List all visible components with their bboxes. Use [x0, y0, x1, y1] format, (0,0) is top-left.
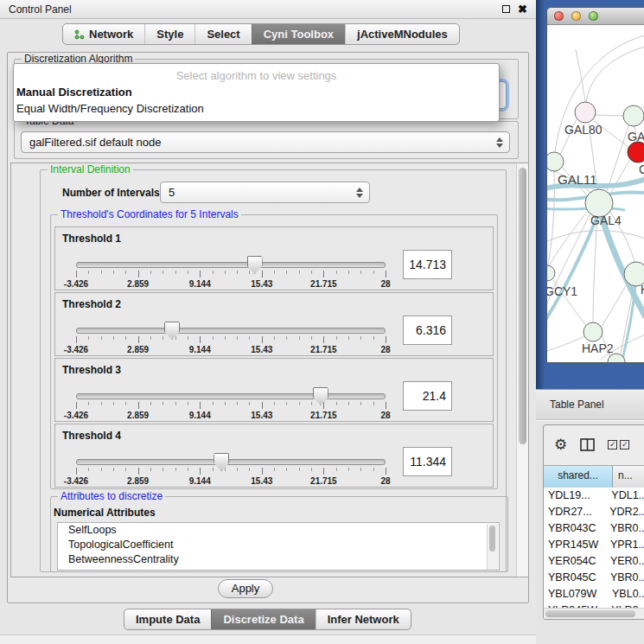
- table-cell: YBR043C: [544, 520, 607, 537]
- tab-discretize-data[interactable]: Discretize Data: [211, 609, 315, 629]
- table-panel-body: ⚙ ✓ ✓ shared... n... YDL19...YDL1...YDR2…: [536, 421, 644, 644]
- scrollbar-thumb[interactable]: [519, 168, 526, 444]
- control-panel-titlebar: Control Panel ✖: [0, 0, 536, 19]
- table-row[interactable]: YDL19...YDL1...: [544, 488, 644, 504]
- threshold-slider[interactable]: -3.4262.8599.14415.4321.71528: [76, 262, 386, 290]
- checkbox-icon: ✓: [620, 440, 629, 450]
- attributes-scrollbar[interactable]: [487, 524, 498, 571]
- close-icon[interactable]: ✖: [518, 2, 527, 17]
- network-window: GAL80 GA C GAL11 GAL4 GCY1 H HAP2: [546, 7, 644, 363]
- slider-track[interactable]: [76, 328, 386, 334]
- threshold-2-panel: Threshold 2-3.4262.8599.14415.4321.71528…: [54, 292, 494, 356]
- apply-button[interactable]: Apply: [218, 579, 273, 598]
- slider-tick-labels: -3.4262.8599.14415.4321.71528: [76, 279, 386, 290]
- node-gal80[interactable]: [575, 102, 596, 123]
- tab-select[interactable]: Select: [194, 24, 251, 44]
- combobox-value: galFiltered.sif default node: [29, 132, 509, 152]
- table-cell: YDL19...: [544, 488, 608, 504]
- control-panel: Control Panel ✖ Network Style Select Cyn…: [0, 0, 536, 644]
- tab-impute-data[interactable]: Impute Data: [124, 609, 211, 629]
- node-hap2[interactable]: [583, 322, 603, 341]
- threshold-value-field[interactable]: 6.316: [403, 316, 452, 345]
- threshold-value-field[interactable]: 11.344: [403, 447, 452, 476]
- threshold-slider[interactable]: -3.4262.8599.14415.4321.71528: [76, 459, 386, 487]
- table-row[interactable]: YPR145WYPR1...: [544, 537, 644, 553]
- table-row[interactable]: YDR27...YDR2...: [544, 504, 644, 520]
- tab-network[interactable]: Network: [63, 24, 144, 44]
- vertical-scrollbar[interactable]: [516, 163, 528, 577]
- node-label-cut: C: [639, 163, 644, 176]
- attribute-item[interactable]: SelfLoops: [58, 523, 499, 538]
- table-row[interactable]: YBR045CYBR0...: [544, 570, 644, 586]
- dropdown-item-equal-width[interactable]: Equal Width/Frequency Discretization: [14, 102, 499, 115]
- scrollbar-thumb[interactable]: [489, 526, 495, 552]
- table-cell: YBR0...: [607, 520, 644, 537]
- node-top-right[interactable]: [623, 105, 644, 126]
- select-columns-icon[interactable]: ✓ ✓: [608, 440, 629, 450]
- scrollbar-thumb[interactable]: [545, 610, 635, 617]
- threshold-label: Threshold 4: [62, 430, 121, 442]
- table-cell: YBR045C: [544, 570, 607, 586]
- node-selected-red[interactable]: [628, 142, 644, 163]
- tab-label: Discretize Data: [223, 609, 303, 630]
- column-header-name[interactable]: n...: [613, 466, 644, 488]
- gear-icon[interactable]: ⚙: [554, 437, 567, 452]
- minimize-traffic-light-icon[interactable]: [571, 11, 581, 21]
- table-row[interactable]: YER054CYER0...: [544, 553, 644, 570]
- node-gcy1[interactable]: [547, 265, 555, 281]
- table-cell: YER054C: [544, 553, 607, 570]
- tab-label: Infer Network: [328, 609, 399, 630]
- float-window-icon[interactable]: [502, 5, 510, 13]
- attributes-list: SelfLoopsTopologicalCoefficientBetweenne…: [57, 522, 500, 571]
- edge: [610, 159, 630, 194]
- number-of-intervals-label: Number of Intervals: [62, 187, 160, 199]
- algorithm-dropdown-popup: Select algorithm to view settings Manual…: [13, 63, 500, 122]
- slider-track[interactable]: [76, 393, 386, 399]
- tab-cyni-toolbox[interactable]: Cyni Toolbox: [252, 24, 345, 44]
- attribute-item[interactable]: BetweennessCentrality: [58, 552, 499, 567]
- zoom-traffic-light-icon[interactable]: [589, 11, 598, 21]
- network-window-titlebar[interactable]: [547, 8, 644, 25]
- tab-jactivemnodules[interactable]: jActiveMNodules: [345, 24, 459, 44]
- tab-infer-network[interactable]: Infer Network: [316, 609, 411, 629]
- horizontal-scrollbar[interactable]: [544, 608, 644, 619]
- table-cell: YDR2...: [606, 504, 644, 520]
- close-traffic-light-icon[interactable]: [554, 11, 564, 21]
- network-icon: [74, 29, 85, 40]
- threshold-value-field[interactable]: 14.713: [403, 250, 452, 279]
- threshold-3-panel: Threshold 3-3.4262.8599.14415.4321.71528…: [54, 358, 494, 422]
- table-row[interactable]: YBR043CYBR0...: [544, 520, 644, 537]
- dropdown-item-manual[interactable]: Manual Discretization: [14, 86, 499, 99]
- table-cell: YBR0...: [607, 570, 644, 586]
- slider-track[interactable]: [76, 262, 386, 268]
- threshold-slider[interactable]: -3.4262.8599.14415.4321.71528: [76, 328, 386, 355]
- tab-label: Network: [89, 23, 133, 45]
- attribute-item[interactable]: TopologicalCoefficient: [58, 538, 499, 552]
- node-gal11[interactable]: [547, 152, 564, 171]
- threshold-4-panel: Threshold 4-3.4262.8599.14415.4321.71528…: [54, 424, 494, 488]
- network-canvas[interactable]: GAL80 GA C GAL11 GAL4 GCY1 H HAP2: [547, 25, 644, 363]
- slider-track[interactable]: [76, 459, 386, 465]
- tab-label: Style: [156, 23, 183, 45]
- combobox-stepper-icon: [496, 137, 503, 148]
- group-title: Threshold's Coordinates for 5 Intervals: [58, 208, 241, 220]
- column-header-shared-name[interactable]: shared...: [544, 466, 613, 488]
- slider-tick-labels: -3.4262.8599.14415.4321.71528: [76, 476, 386, 487]
- numerical-attributes-label: Numerical Attributes: [54, 507, 156, 519]
- edge: [595, 115, 623, 116]
- node-label-gal80: GAL80: [564, 123, 603, 137]
- threshold-slider[interactable]: -3.4262.8599.14415.4321.71528: [76, 393, 386, 421]
- edge: [576, 49, 585, 102]
- table-data-combobox[interactable]: galFiltered.sif default node: [21, 131, 510, 153]
- number-of-intervals-combobox[interactable]: 5: [160, 182, 370, 203]
- table-row[interactable]: YBL079WYBL0...: [544, 586, 644, 603]
- threshold-value-field[interactable]: 21.4: [403, 381, 452, 411]
- slider-ticks: [76, 336, 386, 344]
- split-columns-icon[interactable]: [580, 438, 595, 451]
- tab-label: Cyni Toolbox: [264, 23, 334, 45]
- table-cell: YPR1...: [607, 537, 644, 553]
- table-panel-titlebar: Table Panel: [536, 389, 644, 420]
- edge: [586, 47, 644, 102]
- tab-style[interactable]: Style: [144, 24, 194, 44]
- group-title: Interval Definition: [48, 163, 133, 175]
